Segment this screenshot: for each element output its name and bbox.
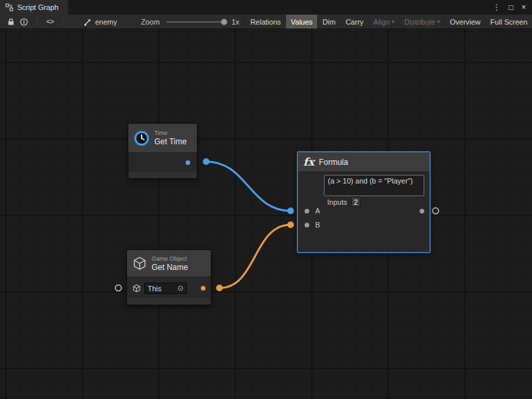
align-button[interactable]: Align ▾: [368, 15, 399, 29]
chevron-down-icon: ▾: [438, 19, 440, 25]
code-icon[interactable]: <>: [43, 15, 57, 29]
node-header[interactable]: Time Get Time: [128, 124, 197, 153]
script-graph-window: Script Graph ⋮ □ × <>: [0, 0, 532, 399]
zoom-slider[interactable]: [166, 21, 225, 23]
zoom-slider-handle[interactable]: [221, 19, 227, 25]
node-header[interactable]: Game Object Get Name: [127, 250, 211, 277]
target-object-dropdown[interactable]: This ⊙: [144, 283, 187, 294]
graph-asset-icon: [84, 18, 92, 26]
node-formula[interactable]: fx Formula (a > 10) and (b = "Player") I…: [297, 152, 430, 253]
info-icon[interactable]: [17, 15, 31, 29]
node-title: Get Time: [154, 137, 187, 146]
target-value: This: [148, 285, 162, 293]
toolbar-divider: [37, 17, 37, 26]
node-titles: Game Object Get Name: [152, 255, 188, 272]
graph-canvas[interactable]: Time Get Time fx Formula (a > 10) and (b…: [0, 29, 532, 399]
wires-layer: [0, 29, 532, 399]
close-icon[interactable]: ×: [521, 0, 526, 15]
chevron-down-icon: ▾: [392, 19, 394, 25]
node-header[interactable]: fx Formula: [298, 152, 430, 172]
connection-getname-to-formula[interactable]: [219, 225, 291, 288]
zoom-value: 1x: [231, 18, 239, 26]
zoom-label: Zoom: [141, 18, 160, 26]
button-label: Distribute: [404, 18, 435, 26]
node-footer: [127, 298, 211, 305]
maximize-icon[interactable]: □: [509, 0, 513, 15]
formula-input-b-port[interactable]: [305, 223, 309, 227]
getname-target-row: This ⊙: [127, 277, 211, 299]
formula-fx-icon: fx: [303, 156, 314, 168]
getname-target-ring[interactable]: [116, 285, 122, 291]
object-picker-icon[interactable]: ⊙: [178, 285, 184, 292]
toolbar: <> enemy Zoom 1x Relations Values: [0, 15, 532, 29]
formula-expression-input[interactable]: (a > 10) and (b = "Player"): [324, 175, 424, 196]
graph-name: enemy: [95, 18, 117, 26]
cube-icon-small: [132, 284, 141, 293]
script-graph-icon: [5, 3, 13, 11]
node-titles: Time Get Time: [154, 130, 187, 146]
distribute-button[interactable]: Distribute ▾: [399, 15, 444, 29]
dim-button[interactable]: Dim: [317, 15, 340, 29]
window-controls: ⋮ □ ×: [493, 0, 532, 15]
button-label: Align: [374, 18, 390, 26]
fullscreen-button[interactable]: Full Screen: [485, 15, 532, 29]
button-label: Carry: [346, 18, 364, 26]
clock-icon: [134, 130, 150, 146]
connection-gettime-to-formula[interactable]: [206, 162, 291, 211]
button-label: Relations: [250, 18, 281, 26]
formula-port-row-a: A: [298, 205, 430, 217]
lock-icon[interactable]: [4, 15, 17, 29]
wire-endpoint-orange[interactable]: [216, 285, 223, 291]
node-get-time[interactable]: Time Get Time: [128, 123, 198, 179]
values-button[interactable]: Values: [285, 15, 317, 29]
toolbar-buttons: Relations Values Dim Carry Align ▾ Distr…: [245, 15, 532, 29]
node-category: Game Object: [152, 255, 188, 263]
wire-endpoint-blue[interactable]: [287, 207, 294, 214]
port-label: B: [315, 221, 320, 229]
node-footer: [128, 172, 197, 178]
node-title: Get Name: [152, 263, 188, 272]
gettime-output-port[interactable]: [186, 160, 190, 165]
inputs-label: Inputs: [327, 198, 347, 206]
getname-output-port[interactable]: [201, 286, 205, 291]
port-label: A: [315, 207, 320, 215]
formula-port-row-b: B: [298, 219, 430, 231]
formula-input-a-port[interactable]: [305, 209, 309, 213]
tab-title: Script Graph: [17, 3, 59, 11]
button-label: Overview: [450, 18, 481, 26]
graph-breadcrumb[interactable]: enemy: [84, 18, 117, 26]
node-category: Time: [154, 130, 187, 137]
menu-kebab-icon[interactable]: ⋮: [493, 0, 501, 15]
button-label: Dim: [323, 18, 336, 26]
cube-icon: [132, 256, 147, 271]
node-get-name[interactable]: Game Object Get Name This ⊙: [126, 249, 211, 305]
button-label: Full Screen: [490, 18, 527, 26]
button-label: Values: [291, 18, 313, 26]
relations-button[interactable]: Relations: [245, 15, 285, 29]
overview-button[interactable]: Overview: [445, 15, 485, 29]
titlebar: Script Graph ⋮ □ ×: [0, 0, 532, 15]
formula-output-ring[interactable]: [433, 208, 439, 214]
tab-script-graph[interactable]: Script Graph: [0, 0, 68, 15]
toolbar-divider: [63, 17, 63, 26]
formula-output-port[interactable]: [420, 209, 424, 213]
wire-endpoint-orange[interactable]: [287, 221, 294, 228]
wire-endpoint-blue[interactable]: [203, 158, 209, 165]
node-title: Formula: [319, 158, 348, 167]
carry-button[interactable]: Carry: [340, 15, 368, 29]
